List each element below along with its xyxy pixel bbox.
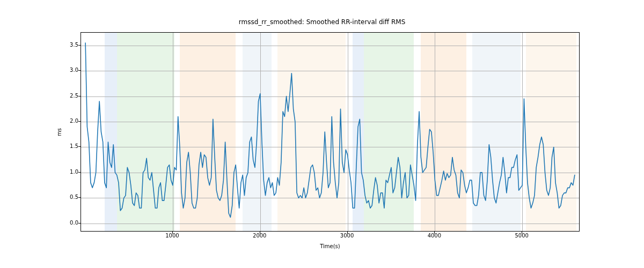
x-axis-label: Time(s) — [80, 243, 580, 249]
y-tick-mark — [78, 96, 80, 96]
y-tick-label: 0.0 — [64, 220, 78, 226]
y-axis-label: ms — [55, 32, 63, 232]
y-tick-mark — [78, 70, 80, 71]
chart-figure: rmssd_rr_smoothed: Smoothed RR-interval … — [0, 0, 644, 268]
chart-title: rmssd_rr_smoothed: Smoothed RR-interval … — [0, 18, 644, 26]
y-tick-mark — [78, 45, 80, 46]
y-tick-label: 1.0 — [64, 169, 78, 175]
y-tick-label: 3.5 — [64, 42, 78, 48]
y-tick-label: 0.5 — [64, 194, 78, 200]
x-tick-mark — [260, 232, 260, 234]
y-tick-label: 1.5 — [64, 143, 78, 149]
x-tick-mark — [347, 232, 348, 234]
y-tick-mark — [78, 172, 80, 173]
y-tick-label: 2.5 — [64, 93, 78, 99]
y-tick-label: 2.0 — [64, 118, 78, 124]
y-tick-mark — [78, 223, 80, 224]
x-tick-mark — [434, 232, 435, 234]
chart-axes — [80, 32, 580, 232]
line-plot — [81, 33, 579, 231]
y-tick-mark — [78, 121, 80, 122]
x-tick-mark — [522, 232, 522, 234]
y-tick-mark — [78, 197, 80, 198]
series-line — [85, 43, 575, 217]
y-tick-label: 3.0 — [64, 67, 78, 73]
y-tick-mark — [78, 146, 80, 147]
x-tick-mark — [172, 232, 173, 234]
